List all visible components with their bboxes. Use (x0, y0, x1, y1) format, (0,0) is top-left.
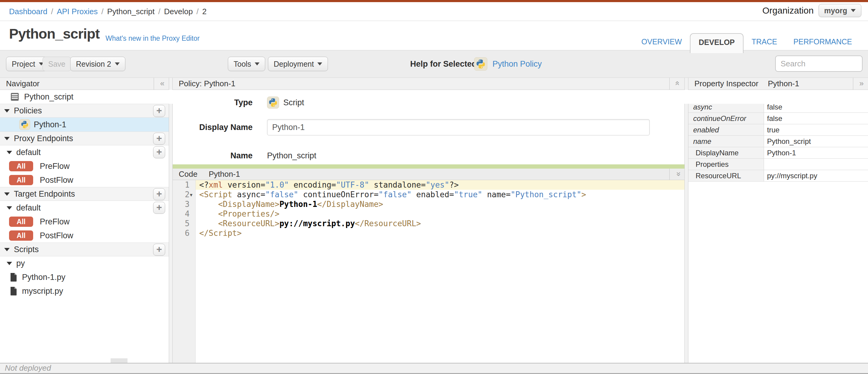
breadcrumb-separator: / (196, 7, 198, 16)
save-button[interactable]: Save (42, 57, 71, 71)
code-token: "yes" (426, 180, 449, 190)
python-policy-help-link[interactable]: Python Policy (493, 50, 542, 78)
nav-item-default[interactable]: default+ (0, 201, 169, 215)
code-header: Code Python-1 « (173, 169, 684, 180)
deployment-menu-button[interactable]: Deployment (268, 57, 328, 71)
tab-performance[interactable]: PERFORMANCE (785, 33, 860, 50)
code-line-2[interactable]: 2▾<Script async="false" continueOnError=… (173, 190, 684, 199)
nav-item-preflow-preflow[interactable]: AllPreFlow (0, 159, 169, 173)
breadcrumb-item-python-script: Python_script (107, 7, 155, 16)
caret-down-icon (4, 248, 10, 251)
code-line-3[interactable]: 3 <DisplayName>Python-1</DisplayName> (173, 199, 684, 209)
navigator-splitter[interactable] (169, 78, 173, 363)
code-token: </Script> (199, 229, 242, 238)
code-token: name= (482, 190, 510, 199)
nav-item-scripts[interactable]: Scripts+ (0, 242, 169, 256)
nav-item-proxy-endpoints[interactable]: Proxy Endpoints+ (0, 132, 169, 145)
nav-item-policies[interactable]: Policies+ (0, 104, 169, 118)
code-token: <Properties/> (218, 209, 280, 219)
tab-bar: OVERVIEWDEVELOPTRACEPERFORMANCE (633, 33, 860, 50)
property-value[interactable]: true (764, 124, 868, 136)
add-button[interactable]: + (153, 188, 165, 200)
nav-item-python-1-py[interactable]: Python-1.py (0, 270, 169, 284)
flow-condition-badge: All (9, 175, 33, 185)
collapse-down-icon[interactable]: « (670, 169, 683, 180)
python-icon (19, 119, 30, 130)
policy-code-splitter[interactable] (173, 164, 684, 169)
code-token (199, 219, 218, 228)
add-button[interactable]: + (153, 146, 165, 159)
display-name-input[interactable] (267, 119, 650, 136)
property-inspector-header: Property Inspector Python-1 » (688, 78, 868, 90)
tree-item-label: PreFlow (40, 217, 70, 227)
nav-item-postflow-postflow[interactable]: AllPostFlow (0, 173, 169, 187)
code-line-1[interactable]: 1<?xml version="1.0" encoding="UTF-8" st… (173, 180, 684, 190)
nav-item-myscript-py[interactable]: myscript.py (0, 284, 169, 298)
tools-menu-button[interactable]: Tools (228, 57, 265, 71)
add-button[interactable]: + (153, 202, 165, 214)
name-label: Name (173, 151, 253, 161)
code-token: encoding= (289, 180, 336, 190)
code-line-6[interactable]: 6</Script> (173, 228, 684, 238)
add-button[interactable]: + (153, 133, 165, 145)
property-value[interactable]: false (764, 113, 868, 124)
add-button[interactable]: + (153, 105, 165, 117)
code-editor[interactable]: 1<?xml version="1.0" encoding="UTF-8" st… (173, 180, 684, 363)
nav-item-py[interactable]: py (0, 256, 169, 270)
nav-item-target-endpoints[interactable]: Target Endpoints+ (0, 187, 169, 201)
tab-trace[interactable]: TRACE (744, 33, 785, 50)
code-token: continueOnError= (299, 190, 378, 199)
policy-form: Type Script Display Name (173, 90, 684, 164)
type-label: Type (173, 98, 253, 107)
chevron-down-icon (255, 62, 259, 65)
breadcrumb-item-2: 2 (202, 7, 207, 16)
property-value[interactable]: Python_script (764, 136, 868, 147)
tree-item-label: myscript.py (22, 287, 63, 296)
navigator-hscrollbar-thumb[interactable] (111, 358, 127, 363)
add-button[interactable]: + (153, 244, 165, 256)
code-token: "true" (454, 190, 482, 199)
tree-item-label: Target Endpoints (14, 190, 75, 199)
tree-item-label: PostFlow (40, 231, 73, 240)
organization-dropdown[interactable]: myorg (818, 4, 861, 17)
expand-panel-icon[interactable]: » (853, 78, 866, 90)
code-line-5[interactable]: 5 <ResourceURL>py://myscript.py</Resourc… (173, 219, 684, 228)
chevron-down-icon (115, 62, 120, 65)
breadcrumb-separator: / (101, 7, 103, 16)
whats-new-link[interactable]: What's new in the Proxy Editor (105, 34, 199, 42)
revision-menu-button[interactable]: Revision 2 (70, 57, 125, 71)
nav-item-preflow-preflow[interactable]: AllPreFlow (0, 215, 169, 229)
tree-item-label: PreFlow (40, 162, 70, 171)
line-number: 5 (173, 219, 190, 228)
tab-overview[interactable]: OVERVIEW (633, 33, 690, 50)
nav-item-postflow-postflow[interactable]: AllPostFlow (0, 229, 169, 242)
search-input[interactable] (775, 56, 863, 72)
code-line-4[interactable]: 4 <Properties/> (173, 209, 684, 219)
breadcrumb-item-dashboard[interactable]: Dashboard (9, 7, 47, 16)
code-token: "1.0" (265, 180, 289, 190)
property-key: Properties (688, 159, 764, 170)
display-name-label: Display Name (173, 123, 253, 132)
main-area: Navigator « Python_scriptPolicies+Python… (0, 78, 868, 363)
property-value[interactable]: py://myscript.py (764, 170, 868, 181)
collapse-up-icon[interactable]: « (670, 78, 683, 90)
python-icon (267, 96, 279, 109)
property-value[interactable] (764, 159, 868, 170)
property-row-continueonerror: continueOnErrorfalse (688, 113, 868, 124)
nav-item-python-1[interactable]: Python-1 (0, 118, 169, 132)
fold-caret-icon[interactable]: ▾ (190, 190, 193, 200)
deployment-status-bar: Not deployed (0, 363, 868, 374)
code-token: xml (209, 180, 223, 190)
caret-down-icon (7, 206, 12, 210)
property-value[interactable]: Python-1 (764, 147, 868, 159)
line-number: 3 (173, 199, 190, 209)
collapse-panel-icon[interactable]: « (154, 78, 167, 90)
proxy-doc-icon (10, 92, 19, 102)
breadcrumb-item-api-proxies[interactable]: API Proxies (57, 7, 98, 16)
organization-label: Organization (762, 5, 813, 16)
nav-item-default[interactable]: default+ (0, 145, 169, 159)
tab-develop[interactable]: DEVELOP (690, 33, 743, 53)
file-icon (10, 287, 17, 295)
property-inspector-splitter[interactable] (684, 78, 688, 363)
tree-item-label: Python-1.py (22, 272, 65, 282)
